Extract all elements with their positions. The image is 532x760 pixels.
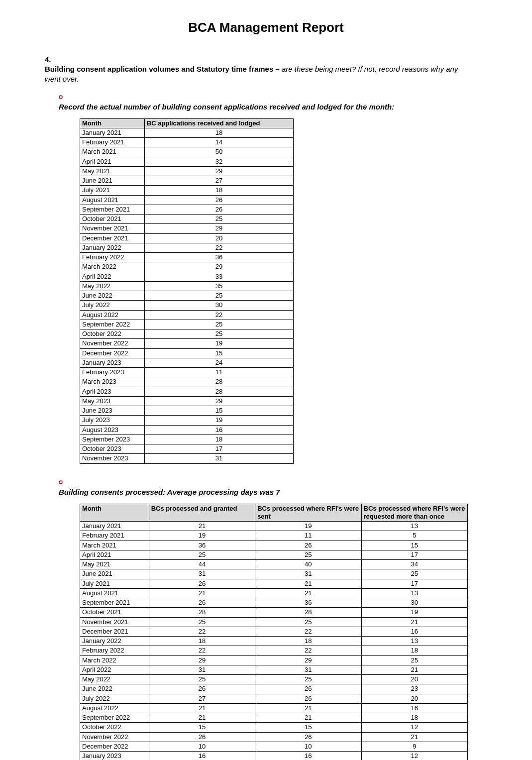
table-cell: 23 — [361, 684, 467, 694]
table-cell: August 2022 — [80, 310, 145, 320]
table-row: February 202114 — [80, 138, 294, 147]
table-cell: January 2022 — [80, 637, 149, 646]
table-row: July 202118 — [80, 186, 294, 195]
table-cell: 25 — [361, 655, 467, 665]
table-cell: 28 — [144, 377, 293, 387]
table-row: May 202129 — [80, 166, 294, 176]
table-cell: October 2022 — [80, 329, 145, 339]
table-cell: January 2021 — [80, 128, 145, 137]
table-cell: 11 — [144, 368, 293, 377]
table-row: March 202150 — [80, 147, 294, 157]
bullet-2: Building consents processed: Average pro… — [59, 479, 472, 497]
applications-table: Month BC applications received and lodge… — [80, 118, 294, 464]
table-cell: 21 — [255, 588, 361, 598]
table-cell: 18 — [149, 637, 255, 646]
table-cell: April 2022 — [80, 272, 145, 281]
table-cell: 25 — [255, 617, 361, 627]
table-cell: December 2021 — [80, 233, 145, 243]
table-cell: May 2021 — [80, 166, 145, 176]
table-cell: 40 — [255, 560, 361, 569]
table-cell: 15 — [149, 723, 255, 732]
table-row: April 2021252517 — [80, 550, 468, 559]
table-cell: 27 — [149, 694, 255, 703]
table-cell: 50 — [144, 147, 293, 157]
table-cell: 26 — [144, 195, 293, 205]
table-cell: 15 — [255, 723, 361, 732]
t2-h1: Month — [80, 504, 149, 522]
table-cell: 29 — [144, 262, 293, 272]
table-row: November 202219 — [80, 339, 294, 348]
table-cell: 18 — [144, 128, 293, 137]
table-row: September 202318 — [80, 434, 294, 444]
table-row: August 2022212116 — [80, 703, 468, 713]
t1-h1: Month — [80, 118, 145, 128]
table-cell: 29 — [144, 396, 293, 406]
table-cell: 12 — [361, 723, 467, 732]
table-cell: 32 — [144, 157, 293, 166]
page: BCA Management Report 4. Building consen… — [0, 0, 532, 760]
table-cell: 25 — [144, 215, 293, 224]
table-row: June 202225 — [80, 291, 294, 301]
table-cell: 20 — [144, 233, 293, 243]
table-cell: March 2022 — [80, 262, 145, 272]
table-cell: 26 — [149, 732, 255, 742]
t1-h2: BC applications received and lodged — [144, 118, 293, 128]
table-cell: 28 — [255, 608, 361, 617]
table-cell: 13 — [361, 522, 467, 531]
table-cell: 29 — [144, 166, 293, 176]
table-cell: 21 — [149, 588, 255, 598]
table-row: May 2021444034 — [80, 560, 468, 569]
table-row: October 202225 — [80, 329, 294, 339]
table-row: October 2021282819 — [80, 608, 468, 617]
table-cell: 16 — [144, 425, 293, 434]
table-cell: 25 — [149, 675, 255, 684]
table-cell: 36 — [255, 598, 361, 608]
table-cell: July 2022 — [80, 694, 149, 703]
table-cell: 26 — [144, 205, 293, 214]
table-row: February 202236 — [80, 253, 294, 262]
table-cell: 16 — [361, 703, 467, 713]
table-row: December 202210109 — [80, 742, 468, 751]
section-heading-bold: Building consent application volumes and… — [45, 65, 280, 73]
table-cell: 28 — [144, 387, 293, 396]
table-cell: 17 — [361, 579, 467, 588]
table-cell: 15 — [361, 541, 467, 550]
table-cell: August 2021 — [80, 195, 145, 205]
table-row: November 2022262621 — [80, 732, 468, 742]
table-cell: 15 — [144, 406, 293, 416]
table-cell: 21 — [255, 579, 361, 588]
table-cell: 24 — [144, 358, 293, 367]
table-row: April 202328 — [80, 387, 294, 396]
table-row: December 202215 — [80, 348, 294, 358]
table-cell: February 2021 — [80, 531, 149, 541]
table-cell: 25 — [255, 550, 361, 559]
table-row: January 202324 — [80, 358, 294, 367]
bullet-2-text: Building consents processed: Average pro… — [59, 488, 461, 496]
table-cell: 29 — [144, 224, 293, 233]
table-row: August 202316 — [80, 425, 294, 434]
table-row: October 202317 — [80, 444, 294, 454]
table-cell: 22 — [255, 646, 361, 655]
table-cell: 18 — [255, 637, 361, 646]
table-row: August 202222 — [80, 310, 294, 320]
table-row: February 202119115 — [80, 531, 468, 541]
section-body: Building consent application volumes and… — [45, 64, 472, 760]
t2-h3: BCs processed where RFI's were sent — [255, 504, 361, 522]
table-cell: 34 — [361, 560, 467, 569]
table-cell: 13 — [361, 588, 467, 598]
table-cell: December 2022 — [80, 742, 149, 751]
section-number: 4. — [45, 55, 58, 64]
table-cell: 31 — [255, 569, 361, 579]
bullet-icon — [59, 479, 68, 488]
table-row: November 2021252521 — [80, 617, 468, 627]
table-cell: 31 — [255, 665, 361, 674]
table-cell: 25 — [144, 329, 293, 339]
table-cell: May 2022 — [80, 675, 149, 684]
table-cell: 19 — [144, 339, 293, 348]
table-cell: 21 — [361, 617, 467, 627]
table-row: October 2022151512 — [80, 723, 468, 732]
table-cell: 35 — [144, 281, 293, 291]
table-cell: 21 — [149, 703, 255, 713]
table-cell: 19 — [255, 522, 361, 531]
table-row: March 202229 — [80, 262, 294, 272]
